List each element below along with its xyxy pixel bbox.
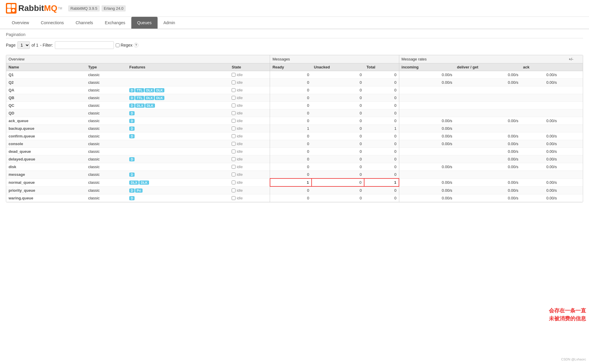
queue-ack: 0.00/s [521, 194, 559, 202]
queue-total: 0 [364, 71, 399, 79]
col-ready[interactable]: Ready [270, 63, 312, 71]
table-row[interactable]: normal_queueclassicDLXDLKidle1010.00/s0.… [6, 178, 583, 186]
table-row[interactable]: Q2classicidle0000.00/s0.00/s0.00/s [6, 79, 583, 86]
queue-name[interactable]: console [6, 140, 86, 148]
table-row[interactable]: Q1classicidle0000.00/s0.00/s0.00/s [6, 71, 583, 79]
col-total[interactable]: Total [364, 63, 399, 71]
queue-select-checkbox[interactable] [232, 96, 235, 100]
col-name[interactable]: Name [6, 63, 86, 71]
queue-select-checkbox[interactable] [232, 111, 235, 115]
table-row[interactable]: waring.queueclassicDidle0000.00/s0.00/s0… [6, 194, 583, 202]
queue-features: DPri [127, 186, 229, 194]
plus-minus-btn-cell[interactable]: +/- [559, 55, 583, 63]
col-state[interactable]: State [229, 63, 270, 71]
nav-channels[interactable]: Channels [70, 17, 99, 29]
feature-badge-d: D [129, 88, 135, 92]
table-row[interactable]: QCclassicDDLXDLKidle000 [6, 102, 583, 109]
regex-help-icon[interactable]: ? [134, 43, 138, 47]
queue-select-checkbox[interactable] [232, 196, 235, 200]
filter-input[interactable] [55, 41, 114, 49]
table-row[interactable]: QDclassicDidle000 [6, 109, 583, 117]
queue-select-checkbox[interactable] [232, 73, 235, 77]
feature-badge-d: D [129, 134, 135, 138]
queue-select-checkbox[interactable] [232, 142, 235, 146]
feature-badge-dlx: DLX [145, 88, 154, 92]
queue-unacked: 0 [312, 125, 364, 132]
queue-ack [521, 125, 559, 132]
queue-name[interactable]: delayed.queue [6, 155, 86, 163]
queue-select-checkbox[interactable] [232, 88, 235, 92]
table-row[interactable]: QAclassicDTTLDLXDLKidle000 [6, 86, 583, 94]
queue-ack [521, 86, 559, 94]
queue-select-checkbox[interactable] [232, 104, 235, 107]
queue-name[interactable]: QC [6, 102, 86, 109]
queue-features: DLXDLK [127, 178, 229, 186]
table-row[interactable]: diskclassicidle0000.00/s0.00/s0.00/s [6, 163, 583, 171]
queue-features: D [127, 155, 229, 163]
table-row[interactable]: consoleclassicidle0000.00/s0.00/s0.00/s [6, 140, 583, 148]
group-rates: Message rates [399, 55, 559, 63]
table-row[interactable]: confirm.queueclassicDidle0000.00/s0.00/s… [6, 132, 583, 140]
queue-name[interactable]: confirm.queue [6, 132, 86, 140]
queue-select-checkbox[interactable] [232, 165, 235, 169]
queue-unacked: 0 [312, 178, 364, 186]
queue-select-checkbox[interactable] [232, 181, 235, 184]
regex-checkbox[interactable] [116, 43, 120, 47]
queue-select-checkbox[interactable] [232, 188, 235, 192]
feature-badge-d: D [129, 127, 135, 131]
table-row[interactable]: ack_queueclassicDidle0000.00/s0.00/s0.00… [6, 117, 583, 125]
nav-connections[interactable]: Connections [35, 17, 70, 29]
queue-features: DTTLDLXDLK [127, 86, 229, 94]
queue-name[interactable]: disk [6, 163, 86, 171]
queue-type: classic [86, 186, 127, 194]
table-row[interactable]: dead_queueclassicidle0000.00/s0.00/s [6, 148, 583, 155]
queue-name[interactable]: waring.queue [6, 194, 86, 202]
queue-select-checkbox[interactable] [232, 157, 235, 161]
queue-extra [559, 178, 583, 186]
queue-name[interactable]: QB [6, 94, 86, 102]
queue-name[interactable]: message [6, 171, 86, 179]
nav-admin[interactable]: Admin [158, 17, 181, 29]
queue-name[interactable]: dead_queue [6, 148, 86, 155]
queue-ready: 0 [270, 86, 312, 94]
queue-name[interactable]: normal_queue [6, 178, 86, 186]
col-unacked[interactable]: Unacked [312, 63, 364, 71]
nav-exchanges[interactable]: Exchanges [99, 17, 131, 29]
table-row[interactable]: delayed.queueclassicDidle0000.00/s0.00/s [6, 155, 583, 163]
table-row[interactable]: QBclassicDTTLDLXDLKidle000 [6, 94, 583, 102]
queue-extra [559, 132, 583, 140]
queue-state-text: idle [237, 103, 243, 108]
nav-overview[interactable]: Overview [6, 17, 35, 29]
table-row[interactable]: priority_queueclassicDPriidle0000.00/s0.… [6, 186, 583, 194]
queue-select-checkbox[interactable] [232, 119, 235, 123]
page-select[interactable]: 1 [17, 41, 30, 49]
of-label: of 1 [32, 43, 38, 47]
queue-state: idle [229, 148, 270, 155]
queue-name[interactable]: Q2 [6, 79, 86, 86]
queue-total: 0 [364, 132, 399, 140]
col-ack[interactable]: ack [521, 63, 559, 71]
queue-select-checkbox[interactable] [232, 173, 235, 176]
table-row[interactable]: messageclassicDidle000 [6, 171, 583, 179]
queue-incoming [399, 86, 454, 94]
queue-name[interactable]: QD [6, 109, 86, 117]
queue-name[interactable]: backup.queue [6, 125, 86, 132]
col-type[interactable]: Type [86, 63, 127, 71]
col-deliver-get[interactable]: deliver / get [455, 63, 521, 71]
queue-select-checkbox[interactable] [232, 127, 235, 130]
queue-incoming: 0.00/s [399, 125, 454, 132]
queue-unacked: 0 [312, 109, 364, 117]
table-row[interactable]: backup.queueclassicDidle1010.00/s [6, 125, 583, 132]
queue-name[interactable]: QA [6, 86, 86, 94]
queue-name[interactable]: priority_queue [6, 186, 86, 194]
queue-select-checkbox[interactable] [232, 81, 235, 84]
queue-incoming: 0.00/s [399, 79, 454, 86]
queue-extra [559, 155, 583, 163]
nav-queues[interactable]: Queues [131, 17, 158, 29]
queue-select-checkbox[interactable] [232, 134, 235, 138]
queue-select-checkbox[interactable] [232, 150, 235, 153]
queue-name[interactable]: Q1 [6, 71, 86, 79]
col-incoming[interactable]: incoming [399, 63, 454, 71]
queue-deliver-get [455, 102, 521, 109]
queue-name[interactable]: ack_queue [6, 117, 86, 125]
